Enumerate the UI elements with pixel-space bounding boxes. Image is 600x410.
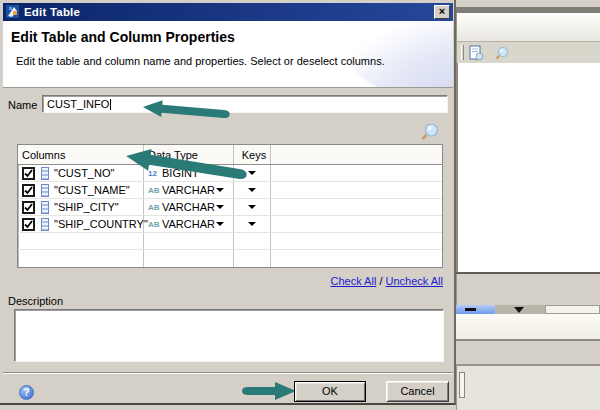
toolbar-grip[interactable] — [461, 45, 464, 60]
link-separator: / — [379, 275, 382, 287]
edit-table-dialog: Edit Table × Edit Table and Column Prope… — [0, 0, 456, 405]
name-input[interactable]: CUST_INFO — [42, 95, 448, 113]
data-type-value: VARCHAR — [162, 218, 215, 230]
text-caret — [110, 99, 111, 110]
bg-panel-band — [456, 274, 600, 305]
background-app-window — [456, 0, 600, 410]
bg-toolbar — [456, 41, 600, 63]
help-icon[interactable]: ? — [19, 385, 34, 400]
data-type-dropdown-icon[interactable] — [216, 222, 224, 226]
bottom-separator — [3, 372, 453, 374]
dialog-titlebar[interactable]: Edit Table × — [3, 3, 453, 21]
close-button[interactable]: × — [434, 5, 450, 19]
description-textarea[interactable] — [14, 309, 444, 362]
column-icon — [41, 167, 49, 180]
bg-horizontal-scrollbar[interactable] — [456, 305, 600, 314]
data-type-dropdown-icon[interactable] — [216, 188, 224, 192]
cancel-button[interactable]: Cancel — [386, 381, 449, 402]
document-search-icon[interactable] — [468, 45, 485, 62]
row-filler — [271, 216, 442, 232]
data-type-value: VARCHAR — [162, 184, 215, 196]
table-row[interactable]: "SHIP_CITY" AB VARCHAR — [18, 199, 442, 216]
row-filler — [271, 165, 442, 181]
column-name: "CUST_NAME" — [54, 184, 130, 196]
row-checkbox[interactable] — [22, 184, 35, 197]
data-type-value: VARCHAR — [162, 201, 215, 213]
column-icon — [41, 184, 49, 197]
name-value: CUST_INFO — [47, 98, 109, 110]
name-label: Name — [8, 99, 37, 111]
bg-bottom-band — [456, 366, 600, 410]
row-checkbox[interactable] — [22, 218, 35, 231]
zoom-icon[interactable] — [493, 45, 510, 62]
keys-dropdown-icon[interactable] — [248, 222, 256, 226]
description-label: Description — [8, 295, 63, 307]
type-badge-icon: AB — [148, 186, 162, 195]
row-filler — [271, 182, 442, 198]
annotation-arrow-ok — [242, 381, 296, 401]
minimize-glyph — [465, 308, 476, 311]
app-icon — [6, 5, 20, 19]
column-name: "SHIP_COUNTRY" — [54, 218, 148, 230]
row-filler — [271, 199, 442, 215]
column-name: "SHIP_CITY" — [54, 201, 119, 213]
bg-editor-tab-area — [456, 13, 600, 41]
header-empty — [271, 145, 442, 164]
type-badge-icon: AB — [148, 220, 162, 229]
scrollbar-track[interactable] — [545, 305, 600, 314]
header-subtitle: Edit the table and column name and prope… — [16, 55, 385, 67]
keys-dropdown-icon[interactable] — [248, 188, 256, 192]
dialog-title: Edit Table — [24, 6, 80, 18]
dropdown-triangle-icon — [514, 307, 524, 313]
scrollbar-thumb[interactable] — [456, 305, 495, 314]
table-row[interactable]: "SHIP_COUNTRY" AB VARCHAR — [18, 216, 442, 233]
header-title: Edit Table and Column Properties — [11, 29, 235, 45]
column-name: "CUST_NO" — [54, 167, 114, 179]
bg-top-band — [456, 0, 600, 7]
ok-button[interactable]: OK — [294, 381, 366, 402]
uncheck-all-link[interactable]: Uncheck All — [386, 275, 443, 287]
table-empty-row — [18, 250, 442, 267]
row-checkbox[interactable] — [22, 201, 35, 214]
row-checkbox[interactable] — [22, 167, 35, 180]
type-badge-icon: AB — [148, 203, 162, 212]
links-row: Check All / Uncheck All — [17, 275, 443, 287]
bg-cream-band — [456, 314, 600, 339]
preview-magnifier-icon[interactable] — [417, 121, 441, 145]
dialog-header: Edit Table and Column Properties Edit th… — [3, 21, 453, 88]
column-icon — [41, 201, 49, 214]
bg-panel-band2 — [456, 341, 600, 364]
bg-content-area — [456, 63, 600, 272]
table-empty-row — [18, 233, 442, 250]
data-type-dropdown-icon[interactable] — [216, 205, 224, 209]
bg-mini-scrollbar[interactable] — [459, 372, 465, 398]
column-icon — [41, 218, 49, 231]
screen: Edit Table × Edit Table and Column Prope… — [0, 0, 600, 410]
check-all-link[interactable]: Check All — [330, 275, 376, 287]
keys-dropdown-icon[interactable] — [248, 205, 256, 209]
